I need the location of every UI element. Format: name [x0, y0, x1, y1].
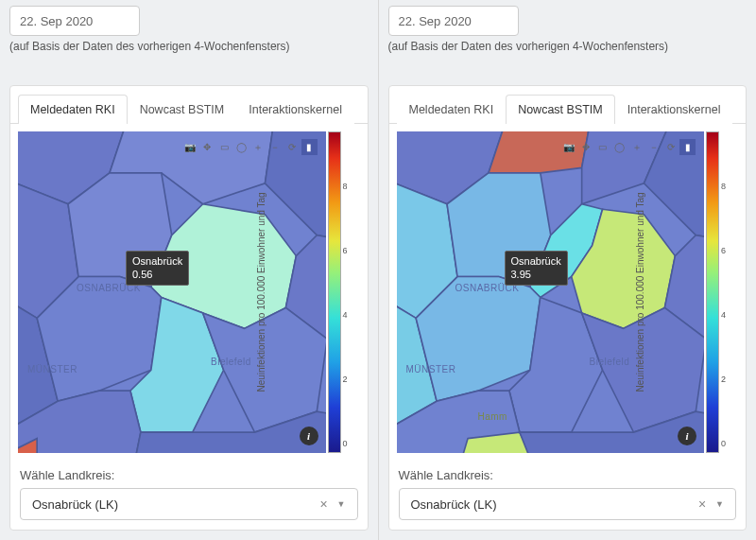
info-button-right[interactable]: i: [678, 427, 696, 445]
choropleth-map-left[interactable]: OSNABRÜCK MÜNSTER Bielefeld Osnabrück 0.…: [18, 131, 326, 453]
city-label-hamm: Hamm: [478, 411, 507, 422]
box-select-icon[interactable]: ▭: [594, 139, 610, 155]
zoom-out-icon[interactable]: －: [267, 139, 284, 155]
pan-icon[interactable]: ✥: [577, 139, 593, 155]
tab-nowcast[interactable]: Nowcast BSTIM: [128, 95, 237, 124]
tooltip-region-value: 0.56: [132, 268, 182, 281]
lasso-icon[interactable]: ◯: [233, 139, 249, 155]
camera-icon[interactable]: 📷: [182, 139, 198, 155]
select-value: Osnabrück (LK): [411, 497, 693, 512]
clear-icon[interactable]: ×: [693, 496, 712, 512]
hint-text: (auf Basis der Daten des vorherigen 4-Wo…: [9, 40, 369, 53]
city-label-munster: MÜNSTER: [27, 364, 77, 375]
date-input-left[interactable]: [9, 6, 140, 36]
tab-nowcast[interactable]: Nowcast BSTIM: [506, 95, 615, 124]
landkreis-select-right[interactable]: Osnabrück (LK) × ▼: [399, 488, 737, 520]
chevron-down-icon[interactable]: ▼: [712, 499, 728, 509]
map-wrap-right: OSNABRÜCK MÜNSTER Bielefeld Hamm Osnabrü…: [397, 131, 739, 453]
tooltip-region-name: Osnabrück: [132, 254, 182, 268]
landkreis-select-left[interactable]: Osnabrück (LK) × ▼: [20, 488, 358, 520]
zoom-out-icon[interactable]: －: [645, 139, 662, 155]
reset-icon[interactable]: ⟳: [662, 139, 679, 155]
info-button-left[interactable]: i: [300, 427, 318, 445]
pan-icon[interactable]: ✥: [199, 139, 215, 155]
colorbar-right: 0 2 4 6 8 10 Neuinfektionen pro 100.000 …: [704, 131, 738, 453]
date-input-right[interactable]: [388, 6, 519, 36]
tabs-right: Meldedaten RKI Nowcast BSTIM Interaktion…: [389, 86, 747, 124]
tooltip-region-value: 3.95: [511, 268, 561, 281]
landkreis-select-row-right: Wähle Landkreis: Osnabrück (LK) × ▼: [389, 461, 747, 530]
tab-meldedaten[interactable]: Meldedaten RKI: [18, 95, 128, 124]
logo-icon[interactable]: ▮: [679, 139, 696, 155]
camera-icon[interactable]: 📷: [560, 139, 576, 155]
choropleth-map-right[interactable]: OSNABRÜCK MÜNSTER Bielefeld Hamm Osnabrü…: [397, 131, 705, 453]
zoom-in-icon[interactable]: ＋: [250, 139, 266, 155]
logo-icon[interactable]: ▮: [301, 139, 318, 155]
colorbar-left: 0 2 4 6 8 10 Neuinfektionen pro 100.000 …: [326, 131, 360, 453]
city-label-bielefeld: Bielefeld: [211, 357, 251, 367]
zoom-in-icon[interactable]: ＋: [628, 139, 644, 155]
plot-toolbar-right: 📷 ✥ ▭ ◯ ＋ － ⟳ ▮: [558, 137, 698, 157]
tab-interaktion[interactable]: Interaktionskernel: [615, 95, 733, 124]
select-value: Osnabrück (LK): [32, 497, 314, 512]
clear-icon[interactable]: ×: [314, 496, 333, 512]
hint-text: (auf Basis der Daten des vorherigen 4-Wo…: [388, 40, 747, 53]
tooltip-region-name: Osnabrück: [511, 254, 561, 268]
lasso-icon[interactable]: ◯: [611, 139, 627, 155]
colorbar-label: Neuinfektionen pro 100.000 Einwohner und…: [635, 192, 645, 392]
map-tooltip-right: Osnabrück 3.95: [505, 251, 568, 286]
plot-toolbar-left: 📷 ✥ ▭ ◯ ＋ － ⟳ ▮: [180, 137, 320, 157]
box-select-icon[interactable]: ▭: [216, 139, 232, 155]
city-label-munster: MÜNSTER: [406, 364, 456, 375]
right-panel: (auf Basis der Daten des vorherigen 4-Wo…: [379, 0, 757, 540]
left-panel: (auf Basis der Daten des vorherigen 4-Wo…: [0, 0, 379, 540]
select-label: Wähle Landkreis:: [20, 468, 358, 482]
chevron-down-icon[interactable]: ▼: [334, 499, 350, 509]
tab-interaktion[interactable]: Interaktionskernel: [236, 95, 354, 124]
tabs-left: Meldedaten RKI Nowcast BSTIM Interaktion…: [10, 86, 368, 124]
colorbar-label: Neuinfektionen pro 100.000 Einwohner und…: [256, 192, 266, 392]
colorbar-gradient: [328, 131, 341, 453]
map-card-left: Meldedaten RKI Nowcast BSTIM Interaktion…: [9, 85, 369, 531]
landkreis-select-row-left: Wähle Landkreis: Osnabrück (LK) × ▼: [10, 461, 368, 530]
map-wrap-left: OSNABRÜCK MÜNSTER Bielefeld Osnabrück 0.…: [18, 131, 360, 453]
select-label: Wähle Landkreis:: [399, 468, 737, 482]
map-card-right: Meldedaten RKI Nowcast BSTIM Interaktion…: [388, 85, 747, 531]
tab-meldedaten[interactable]: Meldedaten RKI: [397, 95, 507, 124]
map-tooltip-left: Osnabrück 0.56: [126, 251, 189, 286]
colorbar-gradient: [706, 131, 719, 453]
city-label-bielefeld: Bielefeld: [590, 357, 630, 367]
reset-icon[interactable]: ⟳: [284, 139, 301, 155]
